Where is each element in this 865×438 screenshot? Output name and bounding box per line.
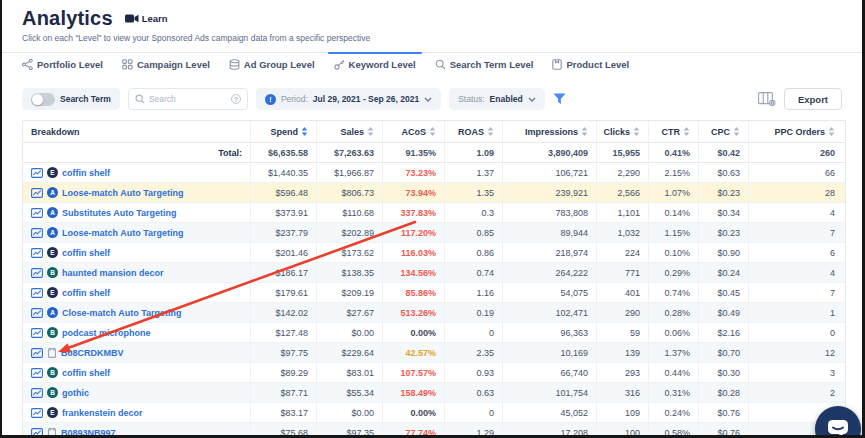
campaign-icon — [122, 59, 133, 70]
tab-keyword-level[interactable]: Keyword Level — [334, 59, 416, 70]
sales-cell: $138.35 — [316, 263, 382, 282]
period-selector[interactable]: ! Period: Jul 29, 2021 - Sep 26, 2021 — [256, 88, 441, 110]
sort-icon[interactable] — [487, 127, 494, 136]
breakdown-link[interactable]: gothic — [62, 388, 89, 398]
line-chart-icon[interactable] — [31, 268, 43, 278]
breakdown-link[interactable]: B08CRDKMBV — [61, 348, 124, 358]
tab-search-term-level[interactable]: Search Term Level — [435, 59, 534, 70]
impressions-cell: 66,740 — [502, 363, 596, 382]
total-spend: $6,635.58 — [250, 143, 316, 162]
table-row[interactable]: A Loose-match Auto Targeting $596.48 $80… — [23, 183, 845, 203]
breakdown-link[interactable]: coffin shelf — [62, 248, 110, 258]
breakdown-link[interactable]: frankenstein decor — [62, 408, 143, 418]
line-chart-icon[interactable] — [31, 168, 43, 178]
search-input[interactable] — [149, 94, 227, 104]
filter-bar: Search Term ? ! Period: Jul 29, 2021 - S… — [22, 88, 842, 110]
tab-portfolio-level[interactable]: Portfolio Level — [22, 59, 103, 70]
line-chart-icon[interactable] — [31, 428, 43, 438]
col-header-ppc-orders[interactable]: PPC Orders — [748, 121, 843, 142]
table-row[interactable]: E coffin shelf $179.61 $209.19 85.86% 1.… — [23, 283, 845, 303]
col-header-clicks[interactable]: Clicks — [596, 121, 648, 142]
table-row[interactable]: B coffin shelf $89.29 $83.01 107.57% 0.9… — [23, 363, 845, 383]
ppc-orders-cell: 6 — [748, 243, 843, 262]
learn-link[interactable]: Learn — [125, 13, 168, 24]
line-chart-icon[interactable] — [31, 408, 43, 418]
chat-widget-button[interactable] — [815, 406, 861, 438]
table-row[interactable]: B0893NB997 $75.68 $97.35 77.74% 1.29 17,… — [23, 423, 845, 438]
table-row[interactable]: A Close-match Auto Targeting $142.02 $27… — [23, 303, 845, 323]
table-row[interactable]: B podcast microphone $127.48 $0.00 0.00%… — [23, 323, 845, 343]
acos-cell: 85.86% — [382, 283, 444, 302]
line-chart-icon[interactable] — [31, 388, 43, 398]
breakdown-link[interactable]: coffin shelf — [62, 288, 110, 298]
breakdown-link[interactable]: podcast microphone — [62, 328, 151, 338]
line-chart-icon[interactable] — [31, 328, 43, 338]
roas-cell: 0.85 — [444, 223, 502, 242]
breakdown-link[interactable]: Substitutes Auto Targeting — [62, 208, 177, 218]
line-chart-icon[interactable] — [31, 308, 43, 318]
tab-ad-group-level[interactable]: Ad Group Level — [229, 59, 315, 70]
table-row[interactable]: E coffin shelf $1,440.35 $1,966.87 73.23… — [23, 163, 845, 183]
col-header-sales[interactable]: Sales — [316, 121, 382, 142]
acos-cell: 117.20% — [382, 223, 444, 242]
tab-campaign-level[interactable]: Campaign Level — [122, 59, 210, 70]
table-row[interactable]: B haunted mansion decor $186.17 $138.35 … — [23, 263, 845, 283]
sort-icon[interactable] — [301, 127, 308, 136]
clicks-cell: 2,290 — [596, 163, 648, 182]
search-term-toggle-group[interactable]: Search Term — [22, 88, 120, 110]
tab-product-level[interactable]: Product Level — [552, 59, 629, 70]
line-chart-icon[interactable] — [31, 288, 43, 298]
sort-icon[interactable] — [828, 127, 835, 136]
roas-cell: 0.93 — [444, 363, 502, 382]
table-row[interactable]: A Loose-match Auto Targeting $237.79 $20… — [23, 223, 845, 243]
col-header-impressions[interactable]: Impressions — [502, 121, 596, 142]
acos-cell: 42.57% — [382, 343, 444, 362]
status-selector[interactable]: Status: Enabled — [449, 88, 545, 110]
line-chart-icon[interactable] — [31, 348, 43, 358]
col-header-breakdown[interactable]: Breakdown — [23, 127, 250, 137]
sort-icon[interactable] — [429, 127, 436, 136]
spend-cell: $201.46 — [250, 243, 316, 262]
cpc-cell: $0.63 — [698, 163, 748, 182]
col-header-ctr[interactable]: CTR — [648, 121, 698, 142]
sort-icon[interactable] — [733, 127, 740, 136]
sales-cell: $173.62 — [316, 243, 382, 262]
col-header-acos[interactable]: ACoS — [382, 121, 444, 142]
table-row[interactable]: E frankenstein decor $83.17 $0.00 0.00% … — [23, 403, 845, 423]
sort-icon[interactable] — [683, 127, 690, 136]
breakdown-link[interactable]: Loose-match Auto Targeting — [62, 188, 184, 198]
breakdown-link[interactable]: coffin shelf — [62, 368, 110, 378]
search-box[interactable]: ? — [128, 88, 248, 110]
impressions-cell: 101,754 — [502, 383, 596, 402]
table-row[interactable]: A Substitutes Auto Targeting $373.91 $11… — [23, 203, 845, 223]
sort-icon[interactable] — [581, 127, 588, 136]
total-row: Total: $6,635.58 $7,263.63 91.35% 1.09 3… — [23, 143, 845, 163]
export-button[interactable]: Export — [784, 88, 842, 110]
search-term-toggle[interactable] — [31, 93, 55, 106]
line-chart-icon[interactable] — [31, 368, 43, 378]
filter-funnel-icon[interactable] — [553, 93, 566, 105]
sort-icon[interactable] — [367, 127, 374, 136]
breakdown-link[interactable]: Loose-match Auto Targeting — [62, 228, 184, 238]
match-type-badge: E — [47, 167, 58, 178]
breakdown-link[interactable]: Close-match Auto Targeting — [62, 308, 182, 318]
tab-label: Keyword Level — [349, 59, 416, 70]
col-header-cpc[interactable]: CPC — [698, 121, 748, 142]
breakdown-link[interactable]: coffin shelf — [62, 168, 110, 178]
table-row[interactable]: B gothic $87.71 $55.34 158.49% 0.63 101,… — [23, 383, 845, 403]
table-row[interactable]: B08CRDKMBV $97.75 $229.64 42.57% 2.35 10… — [23, 343, 845, 363]
line-chart-icon[interactable] — [31, 188, 43, 198]
column-settings-icon[interactable] — [758, 92, 776, 106]
cpc-cell: $0.34 — [698, 203, 748, 222]
col-header-roas[interactable]: ROAS — [444, 121, 502, 142]
line-chart-icon[interactable] — [31, 228, 43, 238]
col-header-spend[interactable]: Spend — [250, 121, 316, 142]
breakdown-link[interactable]: B0893NB997 — [61, 428, 116, 438]
match-type-badge: B — [47, 267, 58, 278]
line-chart-icon[interactable] — [31, 208, 43, 218]
line-chart-icon[interactable] — [31, 248, 43, 258]
breakdown-link[interactable]: haunted mansion decor — [62, 268, 164, 278]
sort-icon[interactable] — [633, 127, 640, 136]
sales-cell: $806.73 — [316, 183, 382, 202]
table-row[interactable]: E coffin shelf $201.46 $173.62 116.03% 0… — [23, 243, 845, 263]
